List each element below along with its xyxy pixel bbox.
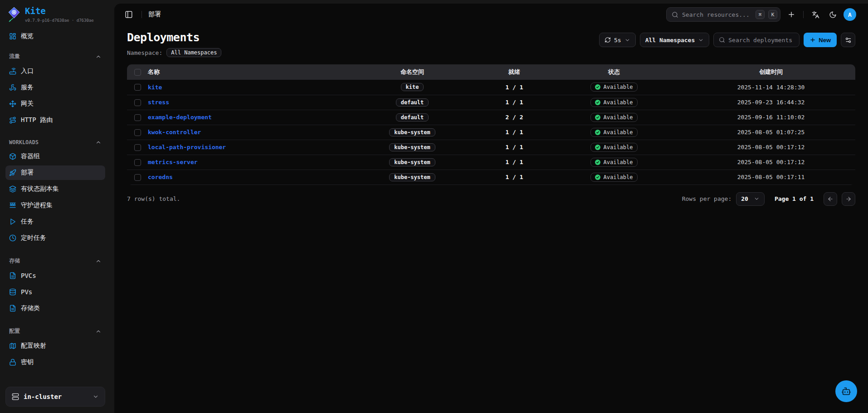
sidebar-item-jobs[interactable]: 任务 bbox=[5, 214, 105, 229]
row-checkbox[interactable] bbox=[134, 84, 141, 91]
ready-count: 1 / 1 bbox=[487, 155, 541, 170]
deployment-name-link[interactable]: local-path-provisioner bbox=[148, 144, 226, 151]
created-timestamp: 2025-09-23 16:44:32 bbox=[687, 95, 855, 110]
ready-count: 1 / 1 bbox=[487, 125, 541, 140]
refresh-interval-value: 5s bbox=[614, 37, 621, 44]
webhook-icon bbox=[9, 84, 16, 91]
user-avatar[interactable]: A bbox=[844, 8, 856, 21]
sidebar-toggle-button[interactable] bbox=[122, 8, 135, 21]
page-title: Deployments bbox=[127, 31, 221, 44]
namespace-chip: All Namespaces bbox=[166, 48, 221, 57]
created-timestamp: 2025-08-05 01:07:25 bbox=[687, 125, 855, 140]
sidebar-item-secrets[interactable]: 密钥 bbox=[5, 355, 105, 369]
section-header-storage[interactable]: 存储 bbox=[5, 255, 105, 268]
sidebar-item-pvcs[interactable]: PVCs bbox=[5, 268, 105, 283]
row-checkbox[interactable] bbox=[134, 174, 141, 181]
deployment-name-link[interactable]: kwok-controller bbox=[148, 129, 201, 136]
file-text-icon bbox=[9, 305, 16, 312]
app-version: v0.7.9-p16-d7630ae · d7630ae bbox=[25, 18, 94, 23]
status-text: Available bbox=[603, 99, 633, 106]
sidebar-item-services[interactable]: 服务 bbox=[5, 80, 105, 95]
deployment-name-link[interactable]: metrics-server bbox=[148, 159, 198, 165]
sidebar-item-cronjobs[interactable]: 定时任务 bbox=[5, 231, 105, 245]
add-tab-button[interactable] bbox=[785, 8, 798, 21]
status-text: Available bbox=[603, 174, 633, 180]
dashboard-icon bbox=[9, 33, 16, 40]
global-search-input[interactable]: Search resources... ⌘ K bbox=[666, 7, 780, 22]
status-available-icon bbox=[595, 160, 600, 165]
column-header-name[interactable]: 名称 bbox=[148, 64, 337, 80]
row-checkbox[interactable] bbox=[134, 144, 141, 151]
chevron-down-icon bbox=[624, 37, 630, 43]
sidebar-item-configmaps[interactable]: 配置映射 bbox=[5, 339, 105, 353]
refresh-interval-select[interactable]: 5s bbox=[599, 33, 636, 47]
deployment-name-link[interactable]: kite bbox=[148, 84, 162, 91]
deployment-name-link[interactable]: stress bbox=[148, 99, 169, 106]
sidebar-item-pvs[interactable]: PVs bbox=[5, 285, 105, 299]
search-icon bbox=[719, 37, 725, 43]
sidebar-item-statefulsets[interactable]: 有状态副本集 bbox=[5, 182, 105, 196]
route-icon bbox=[9, 117, 16, 124]
sidebar-item-storage-classes[interactable]: 存储类 bbox=[5, 301, 105, 316]
cluster-selector[interactable]: in-cluster bbox=[5, 387, 105, 407]
assistant-bot-button[interactable] bbox=[835, 380, 857, 402]
row-checkbox[interactable] bbox=[134, 129, 141, 136]
sidebar-item-pods[interactable]: 容器组 bbox=[5, 149, 105, 164]
column-settings-button[interactable] bbox=[841, 33, 855, 47]
sidebar-item-daemonsets[interactable]: 守护进程集 bbox=[5, 198, 105, 213]
language-button[interactable] bbox=[809, 8, 822, 21]
kbd-k: K bbox=[768, 10, 777, 19]
sidebar-item-deployments[interactable]: 部署 bbox=[5, 165, 105, 180]
chevron-down-icon bbox=[754, 196, 760, 202]
deployment-name-link[interactable]: example-deployment bbox=[148, 114, 212, 121]
section-header-traffic[interactable]: 流量 bbox=[5, 51, 105, 64]
sidebar-item-gateways[interactable]: 网关 bbox=[5, 97, 105, 111]
sidebar-item-label: 守护进程集 bbox=[21, 201, 53, 209]
router-icon bbox=[9, 68, 16, 75]
cluster-name: in-cluster bbox=[24, 393, 88, 400]
app-logo[interactable]: Kite v0.7.9-p16-d7630ae · d7630ae bbox=[5, 5, 105, 23]
status-badge: Available bbox=[590, 143, 637, 152]
deployment-search-input[interactable]: Search deployments bbox=[713, 33, 800, 47]
chevron-down-icon bbox=[93, 394, 99, 400]
row-checkbox[interactable] bbox=[134, 114, 141, 121]
sidebar-item-overview[interactable]: 概览 bbox=[5, 29, 105, 44]
global-search-placeholder: Search resources... bbox=[682, 11, 752, 18]
app-name: Kite bbox=[25, 6, 94, 16]
sidebar-item-label: 存储类 bbox=[21, 304, 40, 312]
row-checkbox[interactable] bbox=[134, 99, 141, 106]
previous-page-button[interactable] bbox=[824, 192, 837, 206]
select-all-checkbox[interactable] bbox=[134, 69, 141, 76]
section-header-config[interactable]: 配置 bbox=[5, 326, 105, 339]
page-info: Page 1 of 1 bbox=[775, 195, 814, 202]
sidebar: Kite v0.7.9-p16-d7630ae · d7630ae 概览 流量 … bbox=[0, 0, 111, 413]
lock-icon bbox=[9, 359, 16, 366]
section-label: 配置 bbox=[9, 327, 20, 335]
rows-per-page-select[interactable]: 20 bbox=[736, 192, 765, 206]
next-page-button[interactable] bbox=[842, 192, 855, 206]
column-header-ready[interactable]: 就绪 bbox=[487, 64, 541, 80]
sidebar-item-http-routes[interactable]: HTTP 路由 bbox=[5, 113, 105, 127]
ready-count: 1 / 1 bbox=[487, 140, 541, 155]
deployment-name-link[interactable]: coredns bbox=[148, 174, 173, 180]
move-icon bbox=[9, 100, 16, 107]
section-header-workloads[interactable]: WORKLOADS bbox=[5, 137, 105, 149]
new-deployment-button[interactable]: New bbox=[804, 33, 837, 47]
arrow-right-icon bbox=[845, 196, 852, 202]
status-available-icon bbox=[595, 175, 600, 180]
table-row: stress default 1 / 1 Available 2025-09-2… bbox=[127, 95, 855, 110]
column-header-created[interactable]: 创建时间 bbox=[687, 64, 855, 80]
theme-toggle-button[interactable] bbox=[826, 8, 839, 21]
table-row: example-deployment default 2 / 2 Availab… bbox=[127, 110, 855, 125]
section-label: WORKLOADS bbox=[9, 139, 39, 146]
sidebar-item-ingresses[interactable]: 入口 bbox=[5, 64, 105, 78]
column-header-namespace[interactable]: 命名空间 bbox=[337, 64, 487, 80]
row-checkbox[interactable] bbox=[134, 159, 141, 166]
ready-count: 1 / 1 bbox=[487, 80, 541, 95]
table-row: kite kite 1 / 1 Available 2025-11-14 14:… bbox=[127, 80, 855, 95]
namespace-filter-select[interactable]: All Namespaces bbox=[640, 33, 710, 47]
namespace-badge: default bbox=[396, 113, 429, 121]
column-header-status[interactable]: 状态 bbox=[541, 64, 687, 80]
sidebar-item-label: 服务 bbox=[21, 83, 34, 92]
rows-per-page-value: 20 bbox=[741, 195, 748, 202]
